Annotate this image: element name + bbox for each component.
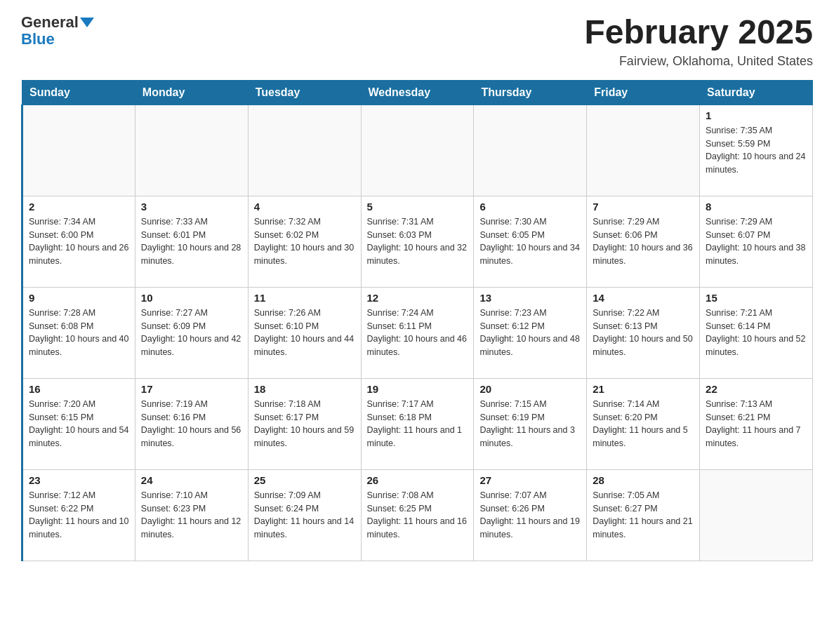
day-number: 10	[141, 292, 242, 304]
day-number: 5	[367, 201, 468, 213]
sun-info: Sunrise: 7:27 AMSunset: 6:09 PMDaylight:…	[141, 307, 242, 359]
cell-week3-day2: 11Sunrise: 7:26 AMSunset: 6:10 PMDayligh…	[248, 287, 361, 378]
sun-info: Sunrise: 7:21 AMSunset: 6:14 PMDaylight:…	[706, 307, 807, 359]
cell-week5-day3: 26Sunrise: 7:08 AMSunset: 6:25 PMDayligh…	[361, 469, 474, 561]
sun-info: Sunrise: 7:28 AMSunset: 6:08 PMDaylight:…	[29, 307, 129, 359]
col-wednesday: Wednesday	[361, 80, 474, 105]
sun-info: Sunrise: 7:14 AMSunset: 6:20 PMDaylight:…	[593, 398, 694, 450]
cell-week4-day2: 18Sunrise: 7:18 AMSunset: 6:17 PMDayligh…	[248, 378, 361, 469]
calendar-table: Sunday Monday Tuesday Wednesday Thursday…	[21, 80, 813, 561]
sun-info: Sunrise: 7:10 AMSunset: 6:23 PMDaylight:…	[141, 489, 242, 542]
week-row-2: 2Sunrise: 7:34 AMSunset: 6:00 PMDaylight…	[22, 196, 813, 287]
cell-week5-day2: 25Sunrise: 7:09 AMSunset: 6:24 PMDayligh…	[248, 469, 361, 561]
day-number: 21	[593, 383, 694, 395]
cell-week5-day0: 23Sunrise: 7:12 AMSunset: 6:22 PMDayligh…	[22, 469, 135, 561]
sun-info: Sunrise: 7:18 AMSunset: 6:17 PMDaylight:…	[254, 398, 355, 450]
cell-week4-day0: 16Sunrise: 7:20 AMSunset: 6:15 PMDayligh…	[22, 378, 135, 469]
day-number: 6	[479, 201, 581, 213]
sun-info: Sunrise: 7:05 AMSunset: 6:27 PMDaylight:…	[593, 489, 694, 542]
day-number: 7	[593, 201, 694, 213]
sun-info: Sunrise: 7:31 AMSunset: 6:03 PMDaylight:…	[367, 215, 468, 268]
cell-week4-day5: 21Sunrise: 7:14 AMSunset: 6:20 PMDayligh…	[587, 378, 700, 469]
cell-week2-day5: 7Sunrise: 7:29 AMSunset: 6:06 PMDaylight…	[587, 196, 700, 287]
sun-info: Sunrise: 7:23 AMSunset: 6:12 PMDaylight:…	[479, 307, 581, 359]
logo-triangle-icon	[80, 18, 94, 27]
sun-info: Sunrise: 7:26 AMSunset: 6:10 PMDaylight:…	[254, 307, 355, 359]
cell-week2-day1: 3Sunrise: 7:33 AMSunset: 6:01 PMDaylight…	[135, 196, 248, 287]
cell-week3-day5: 14Sunrise: 7:22 AMSunset: 6:13 PMDayligh…	[587, 287, 700, 378]
day-number: 20	[479, 383, 581, 395]
cell-week3-day4: 13Sunrise: 7:23 AMSunset: 6:12 PMDayligh…	[474, 287, 587, 378]
cell-week1-day0	[22, 105, 135, 196]
week-row-3: 9Sunrise: 7:28 AMSunset: 6:08 PMDaylight…	[22, 287, 813, 378]
day-number: 14	[593, 292, 694, 304]
cell-week5-day4: 27Sunrise: 7:07 AMSunset: 6:26 PMDayligh…	[474, 469, 587, 561]
sun-info: Sunrise: 7:19 AMSunset: 6:16 PMDaylight:…	[141, 398, 242, 450]
cell-week2-day4: 6Sunrise: 7:30 AMSunset: 6:05 PMDaylight…	[474, 196, 587, 287]
week-row-5: 23Sunrise: 7:12 AMSunset: 6:22 PMDayligh…	[22, 469, 813, 561]
day-number: 17	[141, 383, 242, 395]
sun-info: Sunrise: 7:29 AMSunset: 6:06 PMDaylight:…	[593, 215, 694, 268]
cell-week3-day3: 12Sunrise: 7:24 AMSunset: 6:11 PMDayligh…	[361, 287, 474, 378]
sun-info: Sunrise: 7:35 AMSunset: 5:59 PMDaylight:…	[706, 124, 807, 177]
col-friday: Friday	[587, 80, 700, 105]
sun-info: Sunrise: 7:12 AMSunset: 6:22 PMDaylight:…	[29, 489, 129, 542]
day-number: 18	[254, 383, 355, 395]
cell-week3-day0: 9Sunrise: 7:28 AMSunset: 6:08 PMDaylight…	[22, 287, 135, 378]
calendar-header-row: Sunday Monday Tuesday Wednesday Thursday…	[22, 80, 813, 105]
cell-week1-day1	[135, 105, 248, 196]
cell-week2-day2: 4Sunrise: 7:32 AMSunset: 6:02 PMDaylight…	[248, 196, 361, 287]
day-number: 8	[706, 201, 807, 213]
cell-week3-day1: 10Sunrise: 7:27 AMSunset: 6:09 PMDayligh…	[135, 287, 248, 378]
title-area: February 2025 Fairview, Oklahoma, United…	[584, 14, 813, 69]
logo-general: General	[21, 14, 79, 31]
day-number: 11	[254, 292, 355, 304]
sun-info: Sunrise: 7:15 AMSunset: 6:19 PMDaylight:…	[479, 398, 581, 450]
logo-blue: Blue	[21, 31, 55, 48]
cell-week1-day5	[587, 105, 700, 196]
day-number: 15	[706, 292, 807, 304]
day-number: 4	[254, 201, 355, 213]
location: Fairview, Oklahoma, United States	[584, 54, 813, 69]
day-number: 25	[254, 474, 355, 486]
cell-week3-day6: 15Sunrise: 7:21 AMSunset: 6:14 PMDayligh…	[700, 287, 813, 378]
day-number: 24	[141, 474, 242, 486]
sun-info: Sunrise: 7:32 AMSunset: 6:02 PMDaylight:…	[254, 215, 355, 268]
sun-info: Sunrise: 7:30 AMSunset: 6:05 PMDaylight:…	[479, 215, 581, 268]
col-tuesday: Tuesday	[248, 80, 361, 105]
cell-week4-day3: 19Sunrise: 7:17 AMSunset: 6:18 PMDayligh…	[361, 378, 474, 469]
sun-info: Sunrise: 7:17 AMSunset: 6:18 PMDaylight:…	[367, 398, 468, 450]
day-number: 23	[29, 474, 129, 486]
day-number: 2	[29, 201, 129, 213]
week-row-1: 1Sunrise: 7:35 AMSunset: 5:59 PMDaylight…	[22, 105, 813, 196]
cell-week2-day3: 5Sunrise: 7:31 AMSunset: 6:03 PMDaylight…	[361, 196, 474, 287]
cell-week4-day6: 22Sunrise: 7:13 AMSunset: 6:21 PMDayligh…	[700, 378, 813, 469]
week-row-4: 16Sunrise: 7:20 AMSunset: 6:15 PMDayligh…	[22, 378, 813, 469]
cell-week5-day6	[700, 469, 813, 561]
sun-info: Sunrise: 7:24 AMSunset: 6:11 PMDaylight:…	[367, 307, 468, 359]
sun-info: Sunrise: 7:22 AMSunset: 6:13 PMDaylight:…	[593, 307, 694, 359]
month-title: February 2025	[584, 14, 813, 51]
day-number: 27	[479, 474, 581, 486]
day-number: 12	[367, 292, 468, 304]
sun-info: Sunrise: 7:09 AMSunset: 6:24 PMDaylight:…	[254, 489, 355, 542]
cell-week1-day3	[361, 105, 474, 196]
cell-week1-day2	[248, 105, 361, 196]
sun-info: Sunrise: 7:07 AMSunset: 6:26 PMDaylight:…	[479, 489, 581, 542]
col-sunday: Sunday	[22, 80, 135, 105]
cell-week5-day1: 24Sunrise: 7:10 AMSunset: 6:23 PMDayligh…	[135, 469, 248, 561]
day-number: 22	[706, 383, 807, 395]
cell-week1-day6: 1Sunrise: 7:35 AMSunset: 5:59 PMDaylight…	[700, 105, 813, 196]
sun-info: Sunrise: 7:13 AMSunset: 6:21 PMDaylight:…	[706, 398, 807, 450]
day-number: 19	[367, 383, 468, 395]
cell-week2-day6: 8Sunrise: 7:29 AMSunset: 6:07 PMDaylight…	[700, 196, 813, 287]
day-number: 3	[141, 201, 242, 213]
col-saturday: Saturday	[700, 80, 813, 105]
sun-info: Sunrise: 7:20 AMSunset: 6:15 PMDaylight:…	[29, 398, 129, 450]
day-number: 26	[367, 474, 468, 486]
sun-info: Sunrise: 7:29 AMSunset: 6:07 PMDaylight:…	[706, 215, 807, 268]
day-number: 13	[479, 292, 581, 304]
cell-week4-day1: 17Sunrise: 7:19 AMSunset: 6:16 PMDayligh…	[135, 378, 248, 469]
cell-week1-day4	[474, 105, 587, 196]
cell-week4-day4: 20Sunrise: 7:15 AMSunset: 6:19 PMDayligh…	[474, 378, 587, 469]
